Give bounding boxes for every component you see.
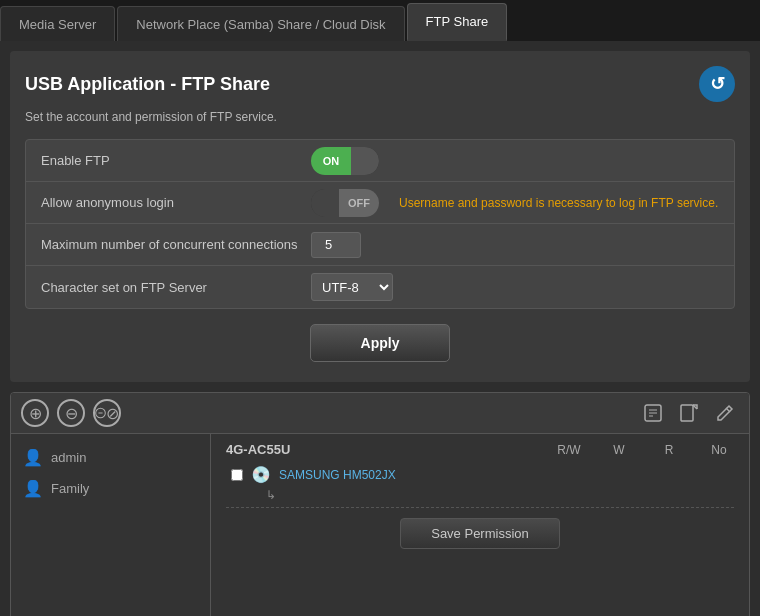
subtitle: Set the account and permission of FTP se… — [25, 110, 735, 124]
toggle-on-label: ON — [311, 147, 351, 175]
enable-ftp-label: Enable FTP — [41, 153, 311, 168]
tab-network-place[interactable]: Network Place (Samba) Share / Cloud Disk — [117, 6, 404, 41]
settings-table: Enable FTP ON Allow anonymous login OFF … — [25, 139, 735, 309]
drive-checkbox[interactable] — [231, 469, 243, 481]
tab-ftp-share[interactable]: FTP Share — [407, 3, 508, 41]
charset-row: Character set on FTP Server UTF-8 UTF-16… — [26, 266, 734, 308]
user-item-family[interactable]: 👤 Family — [11, 473, 210, 504]
perm-rw-header: R/W — [554, 443, 584, 457]
sub-item-row: ↳ — [226, 488, 734, 502]
add-user-button[interactable]: ⊕ — [21, 399, 49, 427]
device-header: 4G-AC55U R/W W R No — [226, 442, 734, 457]
sub-item-icon: ↳ — [266, 488, 276, 502]
perm-no-header: No — [704, 443, 734, 457]
edit-user-button[interactable]: ⊘ — [93, 399, 121, 427]
svg-line-9 — [726, 408, 730, 412]
perm-r-header: R — [654, 443, 684, 457]
anon-login-row: Allow anonymous login OFF Username and p… — [26, 182, 734, 224]
charset-control: UTF-8 UTF-16 ASCII GB2312 BIG5 — [311, 273, 393, 301]
divider — [226, 507, 734, 508]
enable-ftp-row: Enable FTP ON — [26, 140, 734, 182]
user-name-admin: admin — [51, 450, 86, 465]
max-connections-label: Maximum number of concurrent connections — [41, 237, 311, 252]
bottom-toolbar: ⊕ ⊖ ⊘ — [11, 393, 749, 434]
user-avatar-admin: 👤 — [23, 448, 43, 467]
anon-login-control: OFF Username and password is necessary t… — [311, 189, 718, 217]
anon-warning-text: Username and password is necessary to lo… — [399, 196, 718, 210]
user-name-family: Family — [51, 481, 89, 496]
charset-label: Character set on FTP Server — [41, 280, 311, 295]
toolbar-right — [639, 399, 739, 427]
svg-rect-7 — [681, 405, 693, 421]
tab-media-server[interactable]: Media Server — [0, 6, 115, 41]
back-button[interactable]: ↺ — [699, 66, 735, 102]
enable-ftp-toggle[interactable]: ON — [311, 147, 379, 175]
user-avatar-family: 👤 — [23, 479, 43, 498]
perm-w-header: W — [604, 443, 634, 457]
anon-login-label: Allow anonymous login — [41, 195, 311, 210]
users-list: 👤 admin 👤 Family — [11, 434, 211, 616]
toolbar-left: ⊕ ⊖ ⊘ — [21, 399, 121, 427]
user-item-admin[interactable]: 👤 admin — [11, 442, 210, 473]
anon-login-toggle[interactable]: OFF — [311, 189, 379, 217]
apply-btn-container: Apply — [25, 324, 735, 362]
drive-row: 💿 SAMSUNG HM502JX — [226, 465, 734, 484]
bottom-panel: ⊕ ⊖ ⊘ — [10, 392, 750, 616]
permissions-panel: 👤 admin 👤 Family 4G-AC55U R/W W R No — [11, 434, 749, 616]
save-permission-button[interactable]: Save Permission — [400, 518, 560, 549]
charset-select[interactable]: UTF-8 UTF-16 ASCII GB2312 BIG5 — [311, 273, 393, 301]
tab-bar: Media Server Network Place (Samba) Share… — [0, 0, 760, 41]
page-title: USB Application - FTP Share — [25, 74, 270, 95]
toggle-knob-off — [311, 189, 339, 217]
max-connections-row: Maximum number of concurrent connections — [26, 224, 734, 266]
import-icon[interactable] — [639, 399, 667, 427]
toggle-knob-on — [351, 147, 379, 175]
save-permission-container: Save Permission — [226, 518, 734, 549]
export-icon[interactable] — [675, 399, 703, 427]
drive-icon: 💿 — [251, 465, 271, 484]
enable-ftp-control: ON — [311, 147, 379, 175]
device-panel: 4G-AC55U R/W W R No 💿 SAMSUNG HM502JX ↳ … — [211, 434, 749, 616]
max-connections-control — [311, 232, 361, 258]
remove-user-button[interactable]: ⊖ — [57, 399, 85, 427]
device-name: 4G-AC55U — [226, 442, 544, 457]
page-title-bar: USB Application - FTP Share ↺ — [25, 66, 735, 102]
apply-button[interactable]: Apply — [310, 324, 451, 362]
perm-columns: R/W W R No — [554, 443, 734, 457]
toggle-off-label: OFF — [339, 189, 379, 217]
edit-icon[interactable] — [711, 399, 739, 427]
max-connections-input[interactable] — [311, 232, 361, 258]
drive-name[interactable]: SAMSUNG HM502JX — [279, 468, 396, 482]
main-content: USB Application - FTP Share ↺ Set the ac… — [10, 51, 750, 382]
